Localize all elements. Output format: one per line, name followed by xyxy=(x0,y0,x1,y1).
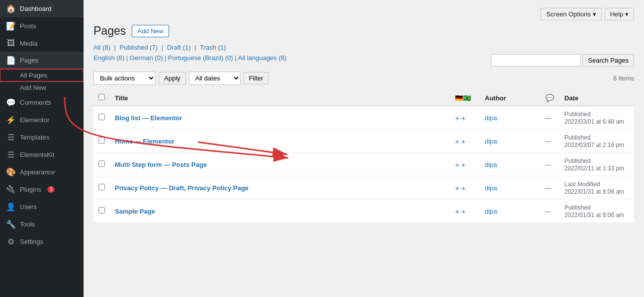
plugins-badge: 3 xyxy=(47,186,55,193)
row-flags-cell: + + xyxy=(450,176,480,200)
sidebar-item-tools[interactable]: 🔧 Tools xyxy=(0,216,84,233)
table-row: Home — Elementor + + dipa — Published202… xyxy=(93,130,634,153)
row-checkbox-1[interactable] xyxy=(98,137,105,144)
sidebar-subitem-add-new[interactable]: Add New xyxy=(0,81,84,94)
col-header-comment: 💬 xyxy=(540,90,559,106)
author-link-0[interactable]: dipa xyxy=(485,114,497,122)
sidebar-item-elementor[interactable]: ⚡ Elementor xyxy=(0,111,84,129)
sidebar-label-appearance: Appearance xyxy=(20,168,55,176)
author-link-3[interactable]: dipa xyxy=(485,184,497,192)
add-portuguese-0[interactable]: + xyxy=(461,114,465,122)
comment-count-1: — xyxy=(545,138,551,145)
table-wrapper: Title 🇩🇪🇧🇷 Author 💬 Date Blog list — E xyxy=(93,90,634,223)
filter-trash[interactable]: Trash (1) xyxy=(200,44,226,51)
row-checkbox-4[interactable] xyxy=(98,207,105,214)
tools-icon: 🔧 xyxy=(6,220,16,229)
sidebar: 🏠 Dashboard 📝 Posts 🖼 Media 📄 Pages All … xyxy=(0,0,84,297)
row-checkbox-cell xyxy=(93,176,110,200)
page-title-link-1[interactable]: Home — Elementor xyxy=(115,138,175,145)
search-area: Search Pages xyxy=(491,54,634,67)
date-status-1: Published2022/03/07 at 2:16 pm xyxy=(564,134,624,148)
sidebar-item-appearance[interactable]: 🎨 Appearance xyxy=(0,163,84,181)
sidebar-label-dashboard: Dashboard xyxy=(20,5,52,12)
author-link-1[interactable]: dipa xyxy=(485,138,497,145)
media-icon: 🖼 xyxy=(6,39,16,48)
add-new-sub-label: Add New xyxy=(20,84,46,91)
row-checkbox-cell xyxy=(93,153,110,176)
filter-draft[interactable]: Draft (1) xyxy=(167,44,191,51)
add-portuguese-1[interactable]: + xyxy=(461,137,465,146)
bulk-actions-select[interactable]: Bulk actions xyxy=(93,72,156,85)
filter-published[interactable]: Published (7) xyxy=(120,44,158,51)
add-new-button[interactable]: Add New xyxy=(132,25,169,37)
pages-table: Title 🇩🇪🇧🇷 Author 💬 Date Blog list — E xyxy=(93,90,634,223)
add-german-0[interactable]: + xyxy=(455,114,460,122)
lang-english[interactable]: English (8) xyxy=(93,54,124,62)
sidebar-item-pages[interactable]: 📄 Pages xyxy=(0,52,84,69)
search-pages-button[interactable]: Search Pages xyxy=(582,54,634,67)
col-header-author: Author xyxy=(480,90,540,106)
sidebar-item-dashboard[interactable]: 🏠 Dashboard xyxy=(0,0,84,17)
row-date-cell: Last Modified2022/01/31 at 8:06 am xyxy=(559,176,634,200)
sidebar-item-media[interactable]: 🖼 Media xyxy=(0,35,84,52)
row-title-cell: Sample Page xyxy=(110,200,450,223)
settings-icon: ⚙ xyxy=(6,237,16,246)
page-title-link-3[interactable]: Privacy Policy — Draft, Privacy Policy P… xyxy=(115,184,249,192)
row-title-cell: Multi Step form — Posts Page xyxy=(110,153,450,176)
page-title-link-0[interactable]: Blog list — Elementor xyxy=(115,114,182,122)
sidebar-label-pages: Pages xyxy=(20,57,38,64)
add-portuguese-3[interactable]: + xyxy=(461,184,465,192)
row-checkbox-cell xyxy=(93,200,110,223)
comment-count-4: — xyxy=(545,208,551,215)
help-button[interactable]: Help ▾ xyxy=(605,8,634,20)
toolbar-left: Bulk actions Apply All dates Filter xyxy=(93,72,269,85)
sidebar-item-users[interactable]: 👤 Users xyxy=(0,198,84,216)
add-portuguese-4[interactable]: + xyxy=(461,207,465,216)
sidebar-label-settings: Settings xyxy=(20,238,43,245)
filter-tabs: All (8) | Published (7) | Draft (1) | Tr… xyxy=(93,44,634,51)
sidebar-label-media: Media xyxy=(20,40,37,47)
add-german-3[interactable]: + xyxy=(455,184,460,192)
row-comment-cell: — xyxy=(540,130,559,153)
page-title-link-2[interactable]: Multi Step form — Posts Page xyxy=(115,161,207,168)
filter-button[interactable]: Filter xyxy=(244,72,269,84)
sidebar-item-comments[interactable]: 💬 Comments xyxy=(0,94,84,111)
sidebar-item-settings[interactable]: ⚙ Settings xyxy=(0,233,84,250)
author-link-2[interactable]: dipa xyxy=(485,161,497,168)
table-row: Multi Step form — Posts Page + + dipa — … xyxy=(93,153,634,176)
filter-all[interactable]: All (8) xyxy=(93,44,110,51)
row-author-cell: dipa xyxy=(480,200,540,223)
sidebar-item-templates[interactable]: ☰ Templates xyxy=(0,129,84,146)
row-author-cell: dipa xyxy=(480,153,540,176)
search-input[interactable] xyxy=(491,54,580,67)
sidebar-label-templates: Templates xyxy=(20,134,49,141)
sidebar-item-plugins[interactable]: 🔌 Plugins 3 xyxy=(0,181,84,198)
add-portuguese-2[interactable]: + xyxy=(461,160,465,169)
select-all-checkbox[interactable] xyxy=(98,94,105,100)
col-header-date: Date xyxy=(559,90,634,106)
title-sort-link[interactable]: Title xyxy=(115,94,128,102)
dates-select[interactable]: All dates xyxy=(189,72,241,85)
row-checkbox-2[interactable] xyxy=(98,160,105,167)
comment-icon: 💬 xyxy=(546,94,554,102)
page-title-link-4[interactable]: Sample Page xyxy=(115,208,155,215)
apply-button[interactable]: Apply xyxy=(159,72,186,84)
author-link-4[interactable]: dipa xyxy=(485,208,497,215)
row-date-cell: Published2022/03/07 at 2:16 pm xyxy=(559,130,634,153)
add-german-1[interactable]: + xyxy=(455,137,460,146)
add-german-4[interactable]: + xyxy=(455,207,460,216)
row-title-cell: Home — Elementor xyxy=(110,130,450,153)
date-status-4: Published2022/01/31 at 8:06 am xyxy=(564,204,624,219)
sidebar-label-users: Users xyxy=(20,203,37,211)
screen-options-button[interactable]: Screen Options ▾ xyxy=(541,8,601,20)
lang-german[interactable]: German (0) xyxy=(130,54,163,62)
row-flags-cell: + + xyxy=(450,153,480,176)
sidebar-item-elementskit[interactable]: ☰ ElementsKit xyxy=(0,146,84,163)
lang-all[interactable]: All languages (8) xyxy=(238,54,287,62)
sidebar-item-posts[interactable]: 📝 Posts xyxy=(0,17,84,35)
sidebar-subitem-all-pages[interactable]: All Pages xyxy=(0,69,84,81)
row-checkbox-3[interactable] xyxy=(98,184,105,190)
row-checkbox-0[interactable] xyxy=(98,114,105,120)
lang-portuguese[interactable]: Portuguese (Brazil) (0) xyxy=(168,54,233,62)
add-german-2[interactable]: + xyxy=(455,160,460,169)
